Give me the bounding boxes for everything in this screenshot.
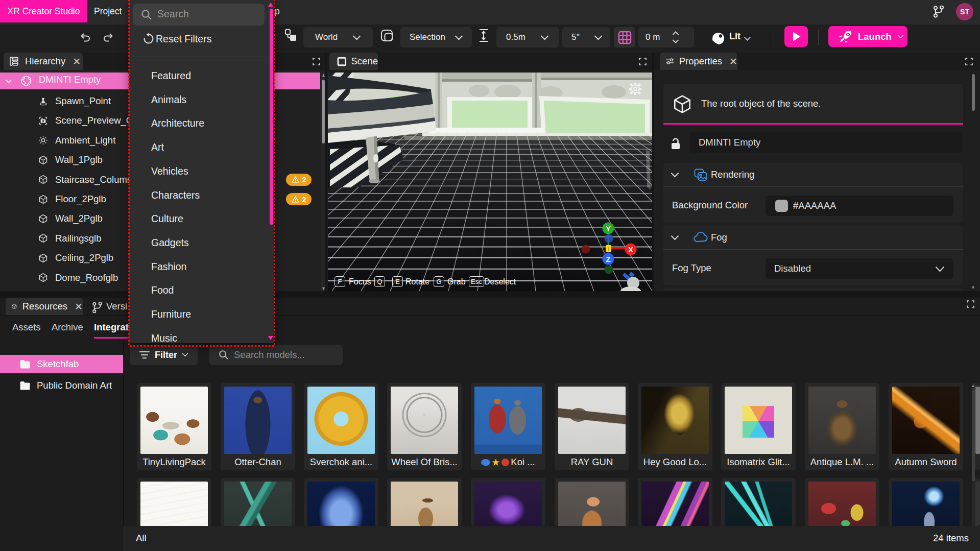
svg-text:Z: Z [606, 255, 610, 263]
svg-text:Y: Y [606, 224, 611, 233]
svg-text:X: X [628, 245, 633, 254]
